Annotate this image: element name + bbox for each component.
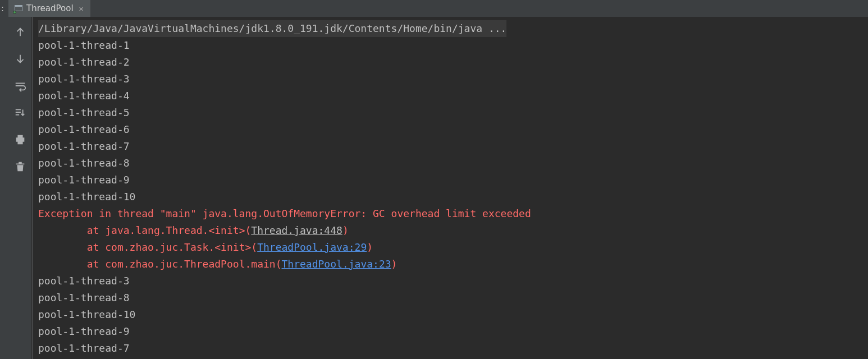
console-line: pool-1-thread-9	[35, 323, 868, 340]
application-icon	[14, 4, 23, 13]
tab-title: ThreadPool	[26, 3, 73, 13]
stack-frame: at java.lang.Thread.<init>(Thread.java:4…	[35, 222, 868, 239]
console-line: pool-1-thread-1	[35, 37, 868, 54]
print-icon[interactable]	[13, 132, 28, 147]
console-line: pool-1-thread-9	[35, 172, 868, 188]
console-line: /Library/Java/JavaVirtualMachines/jdk1.8…	[35, 20, 868, 37]
scroll-down-icon[interactable]	[13, 52, 28, 66]
source-link[interactable]: Thread.java:448	[251, 224, 342, 236]
tabbar-left-fragment: :	[0, 1, 8, 17]
console-line: pool-1-thread-7	[35, 138, 868, 155]
soft-wrap-icon[interactable]	[13, 79, 28, 93]
console-output[interactable]: /Library/Java/JavaVirtualMachines/jdk1.8…	[33, 17, 868, 359]
command-line: /Library/Java/JavaVirtualMachines/jdk1.8…	[38, 20, 506, 37]
console-line: pool-1-thread-6	[35, 121, 868, 138]
tab-threadpool[interactable]: ThreadPool ×	[8, 0, 90, 17]
console-line: pool-1-thread-10	[35, 306, 868, 323]
console-line: pool-1-thread-7	[35, 340, 868, 357]
console-toolbar	[9, 17, 31, 359]
console-line: pool-1-thread-10	[35, 188, 868, 205]
source-link[interactable]: ThreadPool.java:23	[282, 258, 391, 270]
stack-frame: at com.zhao.juc.ThreadPool.main(ThreadPo…	[35, 256, 868, 273]
console-line: pool-1-thread-8	[35, 155, 868, 172]
left-stub	[0, 17, 9, 359]
run-body: /Library/Java/JavaVirtualMachines/jdk1.8…	[0, 17, 868, 359]
source-link[interactable]: ThreadPool.java:29	[257, 241, 367, 253]
console-line: pool-1-thread-3	[35, 273, 868, 289]
console-line: pool-1-thread-3	[35, 71, 868, 88]
trash-icon[interactable]	[13, 159, 28, 174]
console-line: pool-1-thread-8	[35, 289, 868, 306]
console-line: pool-1-thread-5	[35, 104, 868, 121]
exception-header: Exception in thread "main" java.lang.Out…	[38, 208, 531, 219]
run-tool-window: : ThreadPool ×	[0, 0, 868, 359]
frame-text: java.lang.Thread.<init>	[105, 224, 245, 236]
close-icon[interactable]: ×	[77, 4, 86, 13]
frame-text: com.zhao.juc.ThreadPool.main	[105, 258, 275, 270]
stack-frame: at com.zhao.juc.Task.<init>(ThreadPool.j…	[35, 239, 868, 256]
scroll-to-end-icon[interactable]	[13, 105, 28, 120]
scroll-up-icon[interactable]	[13, 25, 28, 39]
console-line: Exception in thread "main" java.lang.Out…	[35, 205, 868, 222]
console-line: pool-1-thread-2	[35, 54, 868, 71]
frame-text: com.zhao.juc.Task.<init>	[105, 241, 251, 253]
console-line: pool-1-thread-4	[35, 88, 868, 104]
run-tabbar: : ThreadPool ×	[0, 0, 868, 17]
